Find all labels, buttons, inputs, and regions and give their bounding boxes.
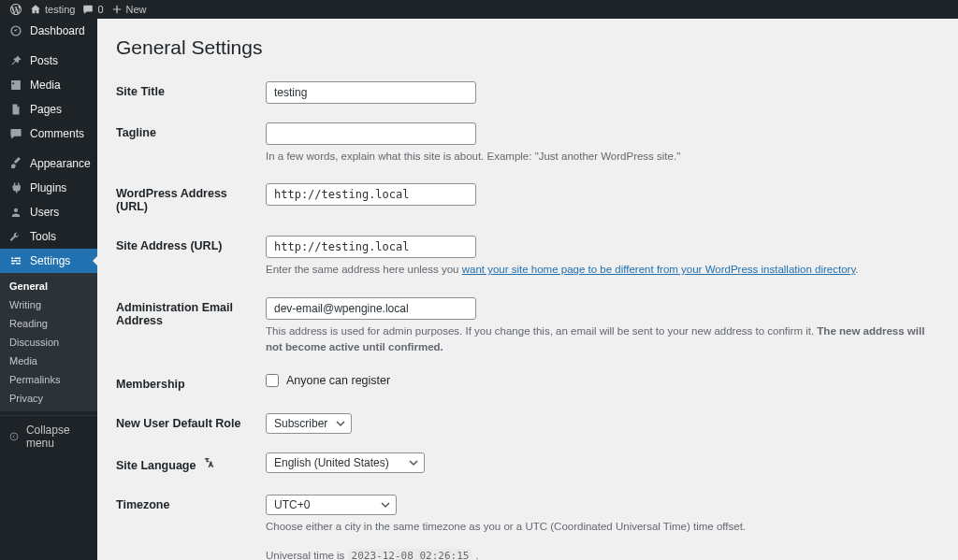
comment-icon xyxy=(82,4,94,15)
membership-checkbox-label[interactable]: Anyone can register xyxy=(266,374,930,387)
submenu-media[interactable]: Media xyxy=(0,352,97,370)
membership-label: Membership xyxy=(116,365,266,404)
menu-posts[interactable]: Posts xyxy=(0,49,97,73)
submenu-permalinks[interactable]: Permalinks xyxy=(0,370,97,389)
pin-icon xyxy=(9,54,22,67)
toolbar-comments-count: 0 xyxy=(97,4,103,15)
language-select[interactable]: English (United States) xyxy=(266,452,425,473)
language-label: Site Language xyxy=(116,443,266,485)
default-role-label: New User Default Role xyxy=(116,404,266,443)
toolbar-site-name: testing xyxy=(45,4,75,15)
collapse-menu-label: Collapse menu xyxy=(26,424,88,450)
tagline-input[interactable] xyxy=(266,122,476,145)
menu-settings[interactable]: Settings xyxy=(0,249,97,273)
translation-icon xyxy=(203,456,216,469)
dashboard-icon xyxy=(9,24,22,37)
admin-sidebar: Dashboard Posts Media Pages Comments App… xyxy=(0,19,97,560)
admin-email-input[interactable] xyxy=(266,297,476,320)
timezone-select[interactable]: UTC+0 xyxy=(266,495,397,515)
menu-media[interactable]: Media xyxy=(0,73,97,97)
submenu-reading[interactable]: Reading xyxy=(0,314,97,333)
menu-appearance[interactable]: Appearance xyxy=(0,151,97,176)
menu-tools[interactable]: Tools xyxy=(0,224,97,249)
admin-toolbar: testing 0 New xyxy=(0,0,958,19)
default-role-select[interactable]: Subscriber xyxy=(266,413,352,434)
toolbar-comments[interactable]: 0 xyxy=(82,4,103,15)
menu-dashboard-label: Dashboard xyxy=(30,24,85,37)
menu-pages[interactable]: Pages xyxy=(0,97,97,122)
membership-checkbox[interactable] xyxy=(266,374,279,387)
menu-posts-label: Posts xyxy=(30,54,58,67)
user-icon xyxy=(9,206,22,219)
submenu-general[interactable]: General xyxy=(0,277,97,295)
comments-icon xyxy=(9,127,22,140)
admin-email-label: Administration Email Address xyxy=(116,288,266,366)
site-title-label: Site Title xyxy=(116,72,266,113)
site-url-help: Enter the same address here unless you w… xyxy=(266,262,930,278)
menu-comments-label: Comments xyxy=(30,127,84,140)
menu-settings-label: Settings xyxy=(30,254,70,267)
menu-comments[interactable]: Comments xyxy=(0,122,97,146)
menu-dashboard[interactable]: Dashboard xyxy=(0,19,97,43)
menu-appearance-label: Appearance xyxy=(30,157,91,170)
menu-users-label: Users xyxy=(30,206,59,219)
wrench-icon xyxy=(9,230,22,243)
collapse-icon xyxy=(9,431,19,442)
submenu-writing[interactable]: Writing xyxy=(0,295,97,314)
page-title: General Settings xyxy=(116,28,939,72)
timezone-utc-value: 2023-12-08 02:26:15 xyxy=(348,549,473,560)
admin-email-help: This address is used for admin purposes.… xyxy=(266,323,930,356)
site-title-input[interactable] xyxy=(266,81,476,104)
settings-submenu: General Writing Reading Discussion Media… xyxy=(0,273,97,411)
page-icon xyxy=(9,103,22,116)
submenu-discussion[interactable]: Discussion xyxy=(0,333,97,352)
collapse-menu-button[interactable]: Collapse menu xyxy=(0,415,97,457)
media-icon xyxy=(9,79,22,92)
sliders-icon xyxy=(9,254,22,267)
wordpress-logo[interactable] xyxy=(9,3,22,16)
tagline-help: In a few words, explain what this site i… xyxy=(266,149,930,165)
timezone-help: Choose either a city in the same timezon… xyxy=(266,519,930,535)
toolbar-new-label: New xyxy=(126,4,147,15)
menu-plugins-label: Plugins xyxy=(30,181,66,194)
menu-users[interactable]: Users xyxy=(0,200,97,224)
toolbar-new[interactable]: New xyxy=(111,4,147,15)
plug-icon xyxy=(9,181,22,194)
toolbar-site-link[interactable]: testing xyxy=(30,4,75,15)
timezone-utc-text: Universal time is 2023-12-08 02:26:15 . xyxy=(266,548,930,560)
tagline-label: Tagline xyxy=(116,113,266,174)
menu-tools-label: Tools xyxy=(30,230,56,243)
svg-point-0 xyxy=(10,433,18,440)
plus-icon xyxy=(111,4,123,15)
site-url-input[interactable] xyxy=(266,236,476,258)
wp-url-label: WordPress Address (URL) xyxy=(116,174,266,226)
menu-media-label: Media xyxy=(30,79,61,92)
brush-icon xyxy=(9,157,22,170)
menu-pages-label: Pages xyxy=(30,103,62,116)
site-url-label: Site Address (URL) xyxy=(116,226,266,287)
home-icon xyxy=(30,4,41,15)
site-url-help-link[interactable]: want your site home page to be different… xyxy=(462,264,856,275)
menu-plugins[interactable]: Plugins xyxy=(0,176,97,200)
wp-url-input[interactable] xyxy=(266,183,476,206)
timezone-label: Timezone xyxy=(116,485,266,560)
main-content: General Settings Site Title Tagline In a… xyxy=(97,19,958,560)
submenu-privacy[interactable]: Privacy xyxy=(0,389,97,408)
